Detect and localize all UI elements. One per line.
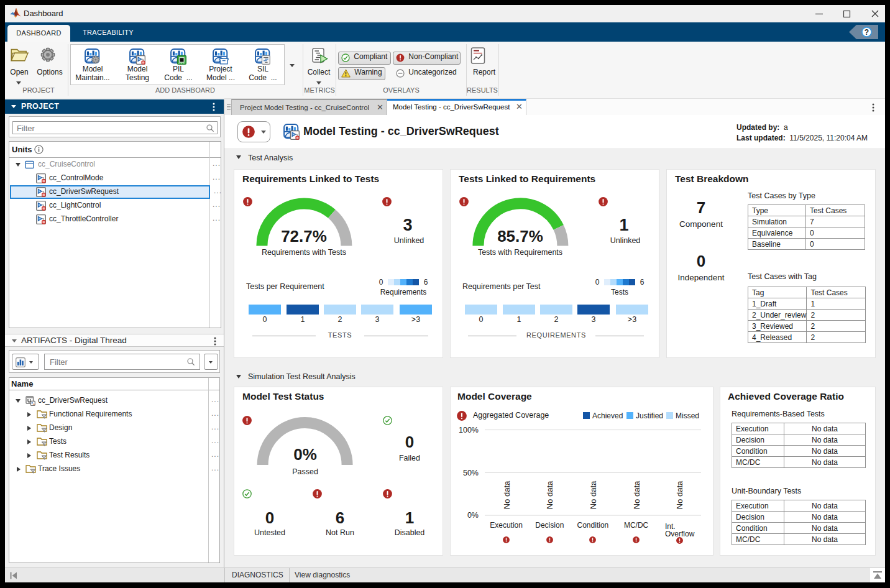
svg-text:?: ? — [865, 28, 869, 37]
